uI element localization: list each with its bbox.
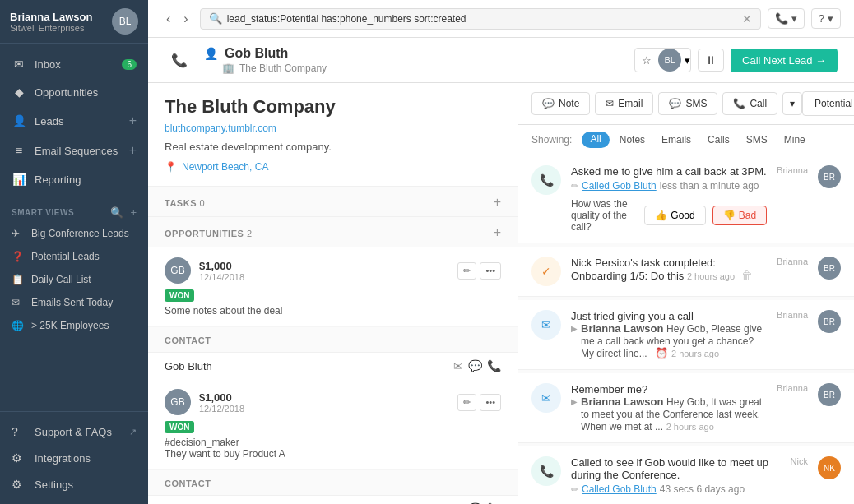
smart-views-add-icon[interactable]: +: [130, 206, 137, 219]
sidebar-item-integrations[interactable]: ⚙ Integrations: [0, 445, 148, 471]
contact-email-icon[interactable]: ✉: [453, 359, 463, 372]
email-activity-icon: ✉: [531, 310, 561, 340]
sidebar-item-opportunities[interactable]: ◆ Opportunities: [0, 78, 148, 106]
smart-view-big-conference[interactable]: ✈ Big Conference Leads: [0, 222, 148, 245]
won-badge-2: WON: [165, 421, 194, 433]
right-panel: 💬 Note ✉ Email 💬 SMS 📞 Call: [518, 83, 854, 504]
time-ago-2: 2 hours ago: [666, 422, 714, 432]
reporting-icon: 📊: [12, 173, 26, 186]
tasks-add-button[interactable]: +: [494, 195, 501, 210]
back-button[interactable]: ‹: [161, 8, 175, 30]
won-badge-1: WON: [165, 289, 194, 302]
call-button[interactable]: 📞 Call: [722, 92, 777, 115]
call-icon: 📞: [733, 98, 745, 109]
company-url[interactable]: bluthcompany.tumblr.com: [165, 123, 501, 134]
filter-tab-sms[interactable]: SMS: [740, 132, 774, 148]
filter-tab-all[interactable]: All: [582, 132, 609, 148]
user-name: Brianna Lawson: [10, 11, 92, 23]
activity-item: 📞 Called to see if Gob would like to mee…: [518, 446, 854, 504]
sidebar: Brianna Lawson Sitwell Enterprises BL ✉ …: [0, 0, 148, 504]
sidebar-item-leads[interactable]: 👤 Leads +: [0, 106, 148, 136]
sidebar-item-label: Support & FAQs: [35, 426, 112, 438]
smart-view-label: Potential Leads: [31, 251, 100, 262]
help-button[interactable]: ? ▾: [811, 8, 841, 29]
call-link[interactable]: Called Gob Bluth: [582, 180, 657, 192]
activity-avatar: BR: [818, 257, 841, 280]
call-next-button[interactable]: Call Next Lead →: [731, 49, 838, 72]
lead-person-icon: 👤: [204, 47, 218, 60]
contact-row-1: Gob Bluth ✉ 💬 📞: [148, 353, 518, 379]
activity-feed: 📞 Asked me to give him a call back at 3P…: [518, 155, 854, 504]
user-company: Sitwell Enterprises: [10, 23, 92, 33]
bad-button[interactable]: 👎 Bad: [712, 206, 767, 225]
sub-time: less than a minute ago: [660, 180, 759, 192]
search-clear-icon[interactable]: ✕: [742, 12, 752, 25]
sidebar-item-reporting[interactable]: 📊 Reporting: [0, 165, 148, 193]
opp-decision-tag: #decision_maker: [165, 437, 501, 448]
call-activity-icon: 📞: [531, 165, 561, 195]
smart-view-potential-leads[interactable]: ❓ Potential Leads: [0, 245, 148, 268]
smart-views-search-icon[interactable]: 🔍: [110, 206, 123, 219]
leads-add-icon[interactable]: +: [129, 113, 137, 128]
quality-label: How was the quality of the call?: [571, 198, 638, 233]
filter-tab-mine[interactable]: Mine: [777, 132, 812, 148]
avatar[interactable]: BL: [112, 8, 138, 35]
lead-info: 👤 Gob Bluth 🏢 The Bluth Company: [204, 46, 327, 74]
more-actions-button[interactable]: ▾: [782, 92, 802, 115]
expand-arrow-2[interactable]: ▶: [571, 397, 578, 406]
phone-dialer[interactable]: 📞: [165, 53, 194, 68]
leads-icon: 👤: [12, 114, 26, 127]
sidebar-item-settings[interactable]: ⚙ Settings: [0, 471, 148, 497]
status-dropdown[interactable]: Potential Active Inactive No Status: [803, 92, 854, 115]
smart-view-25k-employees[interactable]: 🌐 > 25K Employees: [0, 314, 148, 337]
smart-view-daily-call-list[interactable]: 📋 Daily Call List: [0, 268, 148, 291]
search-input[interactable]: [227, 13, 737, 25]
sidebar-item-support[interactable]: ? Support & FAQs ↗: [0, 418, 148, 445]
call-link-2[interactable]: Called Gob Bluth: [582, 483, 657, 495]
good-button[interactable]: 👍 Good: [644, 206, 705, 225]
expand-arrow[interactable]: ▶: [571, 324, 578, 333]
email-button[interactable]: ✉ Email: [595, 92, 653, 115]
star-button[interactable]: ☆: [635, 50, 658, 71]
company-location[interactable]: 📍 Newport Beach, CA: [165, 161, 501, 173]
phone-button[interactable]: 📞 ▾: [768, 8, 805, 29]
lead-company-row: 🏢 The Bluth Company: [222, 62, 327, 74]
opp-edit-btn-2[interactable]: ✏: [457, 394, 476, 411]
activity-item: 📞 Asked me to give him a call back at 3P…: [518, 155, 854, 243]
filter-tab-calls[interactable]: Calls: [701, 132, 736, 148]
pause-button[interactable]: ⏸: [698, 49, 724, 72]
filter-tab-emails[interactable]: Emails: [655, 132, 698, 148]
activity-item: ✉ Remember me? ▶ Brianna Lawson Hey Gob,…: [518, 373, 854, 443]
sidebar-nav: ✉ Inbox 6 ◆ Opportunities 👤 Leads + ≡ Em…: [0, 44, 148, 200]
sidebar-item-inbox[interactable]: ✉ Inbox 6: [0, 50, 148, 78]
contact-section-2: CONTACT: [148, 470, 518, 496]
note-button[interactable]: 💬 Note: [531, 92, 590, 115]
opp-date-1: 12/14/2018: [199, 272, 449, 282]
smart-view-emails-sent[interactable]: ✉ Emails Sent Today: [0, 291, 148, 314]
activity-author: Nick: [791, 456, 808, 466]
forward-button[interactable]: ›: [179, 8, 193, 30]
filter-tab-notes[interactable]: Notes: [613, 132, 652, 148]
opp-edit-btn-1[interactable]: ✏: [457, 262, 476, 280]
opp-more-btn-1[interactable]: •••: [480, 262, 501, 280]
contact-row-2: Gob Bluth ✉ 💬 📞: [148, 496, 518, 504]
daily-call-list-icon: 📋: [12, 274, 25, 285]
alarm-icon[interactable]: ⏰: [655, 347, 668, 359]
sidebar-item-email-sequences[interactable]: ≡ Email Sequences +: [0, 136, 148, 165]
sidebar-header: Brianna Lawson Sitwell Enterprises BL: [0, 0, 148, 44]
sms-button[interactable]: 💬 SMS: [658, 92, 717, 115]
big-conference-icon: ✈: [12, 228, 25, 239]
status-select[interactable]: Potential Active Inactive No Status: [802, 91, 854, 116]
contact-call-icon[interactable]: 📞: [487, 359, 501, 372]
delete-icon[interactable]: 🗑: [741, 269, 753, 282]
lead-company: The Bluth Company: [239, 62, 327, 74]
search-bar: 🔍 ✕: [200, 8, 761, 30]
main-content: ‹ › 🔍 ✕ 📞 ▾ ? ▾ 📞 👤: [148, 0, 854, 504]
topbar-nav: ‹ ›: [161, 8, 193, 30]
opp-more-btn-2[interactable]: •••: [480, 394, 501, 411]
opportunities-add-button[interactable]: +: [494, 225, 501, 240]
email-sequences-add-icon[interactable]: +: [129, 143, 137, 158]
note-icon: 💬: [542, 98, 555, 109]
avatar-button[interactable]: BL ▾: [658, 49, 690, 72]
contact-sms-icon[interactable]: 💬: [468, 359, 482, 372]
